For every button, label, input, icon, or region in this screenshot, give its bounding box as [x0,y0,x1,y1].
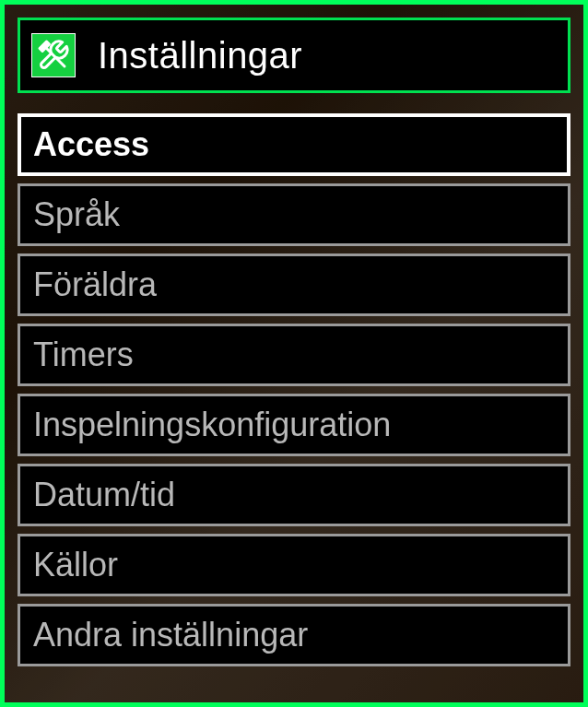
tools-icon [31,33,76,77]
menu-item-label: Datum/tid [33,476,175,513]
menu-item-recording-config[interactable]: Inspelningskonfiguration [18,394,570,456]
menu-list: Access Språk Föräldra Timers Inspelnings… [18,113,570,666]
menu-item-label: Föräldra [33,265,157,303]
menu-item-sources[interactable]: Källor [18,534,570,596]
menu-item-label: Källor [33,546,118,583]
menu-item-label: Inspelningskonfiguration [33,406,391,443]
header-row: Inställningar [18,18,570,93]
menu-item-label: Andra inställningar [33,616,308,654]
menu-item-other-settings[interactable]: Andra inställningar [18,604,570,666]
menu-item-datetime[interactable]: Datum/tid [18,464,570,526]
page-title: Inställningar [98,35,302,77]
settings-panel: Inställningar Access Språk Föräldra Time… [0,0,588,707]
menu-item-parental[interactable]: Föräldra [18,253,570,316]
menu-item-timers[interactable]: Timers [18,324,570,386]
menu-item-label: Timers [33,336,134,373]
menu-item-label: Språk [33,195,120,233]
menu-item-language[interactable]: Språk [18,183,570,246]
menu-item-label: Access [33,125,149,163]
menu-item-access[interactable]: Access [18,113,570,176]
